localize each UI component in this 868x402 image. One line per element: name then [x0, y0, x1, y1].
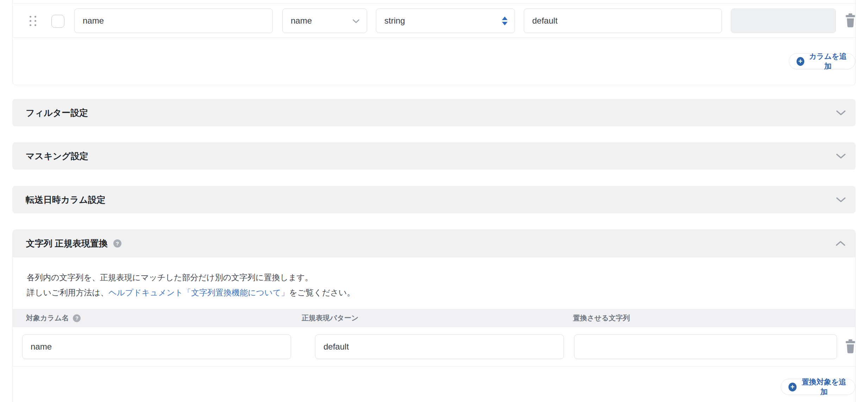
header-replacement-string-label: 置換させる文字列: [573, 313, 630, 323]
section-transfer-datetime-title: 転送日時カラム設定: [26, 194, 106, 206]
default-value-input[interactable]: [524, 8, 722, 33]
regex-description-suffix: をご覧ください。: [289, 288, 355, 297]
source-column-select[interactable]: name: [282, 8, 367, 33]
columns-card: name string +: [12, 0, 856, 85]
row-top-divider: [13, 3, 855, 4]
add-column-label: カラムを追加: [808, 51, 848, 71]
header-regex-pattern-label: 正規表現パターン: [302, 313, 358, 323]
plus-icon: +: [788, 383, 797, 391]
header-regex-pattern: 正規表現パターン: [302, 309, 358, 327]
plus-icon: +: [797, 57, 804, 66]
section-filter-settings[interactable]: フィルター設定: [12, 99, 856, 126]
regex-description: 各列内の文字列を、正規表現にマッチした部分だけ別の文字列に置換します。 詳しいご…: [27, 270, 355, 300]
source-column-select-value: name: [291, 16, 312, 26]
header-target-column-label: 対象カラム名: [26, 313, 69, 323]
help-document-link[interactable]: ヘルプドキュメント「文字列置換機能について」: [108, 288, 289, 297]
chevron-down-icon: [836, 197, 846, 203]
regex-pattern-input[interactable]: [315, 334, 564, 359]
section-transfer-datetime-column-settings[interactable]: 転送日時カラム設定: [12, 186, 856, 213]
regex-description-line1: 各列内の文字列を、正規表現にマッチした部分だけ別の文字列に置換します。: [27, 270, 355, 285]
add-replacement-label: 置換対象を追加: [800, 377, 848, 397]
regex-description-prefix: 詳しいご利用方法は、: [27, 288, 108, 297]
chevron-down-icon: [836, 153, 846, 159]
column-name-input[interactable]: [74, 8, 273, 33]
extra-disabled-input: [731, 8, 836, 33]
column-type-select[interactable]: string: [376, 8, 515, 33]
header-replacement-string: 置換させる文字列: [573, 309, 630, 327]
section-filter-title: フィルター設定: [26, 107, 88, 119]
header-target-column: 対象カラム名 ?: [26, 309, 81, 327]
chevron-down-icon: [352, 16, 360, 26]
trash-icon: [845, 23, 856, 29]
replacement-table-header: 対象カラム名 ? 正規表現パターン 置換させる文字列: [13, 309, 855, 327]
trash-icon: [845, 349, 856, 354]
regex-section-title: 文字列 正規表現置換: [26, 238, 108, 249]
help-icon[interactable]: ?: [73, 314, 81, 322]
regex-description-line2: 詳しいご利用方法は、ヘルプドキュメント「文字列置換機能について」をご覧ください。: [27, 285, 355, 300]
help-icon[interactable]: ?: [113, 239, 121, 247]
column-row-checkbox[interactable]: [51, 15, 64, 28]
regex-section-header[interactable]: 文字列 正規表現置換 ?: [13, 230, 855, 257]
page-root: name string +: [0, 0, 868, 402]
target-column-input[interactable]: [22, 334, 291, 359]
stepper-arrows-icon: [502, 17, 508, 25]
delete-replacement-button[interactable]: [845, 339, 856, 353]
chevron-down-icon: [836, 110, 846, 116]
section-regex-replace: 文字列 正規表現置換 ? 各列内の文字列を、正規表現にマッチした部分だけ別の文字…: [12, 230, 856, 402]
add-replacement-button[interactable]: + 置換対象を追加: [781, 379, 855, 395]
section-masking-settings[interactable]: マスキング設定: [12, 142, 856, 170]
column-type-select-value: string: [384, 16, 405, 26]
row-bottom-divider: [13, 37, 855, 38]
delete-column-button[interactable]: [845, 13, 856, 27]
chevron-up-icon: [835, 240, 846, 246]
add-column-button[interactable]: + カラムを追加: [789, 53, 855, 69]
drag-handle[interactable]: [30, 16, 36, 26]
section-masking-title: マスキング設定: [26, 150, 88, 162]
replacement-string-input[interactable]: [574, 334, 837, 359]
replacement-row-divider: [13, 366, 855, 366]
